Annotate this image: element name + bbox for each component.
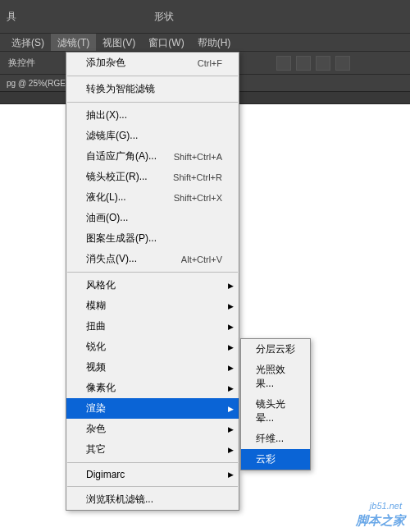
chevron-right-icon: ▶ xyxy=(228,282,234,290)
menu-label: 风格化 xyxy=(86,278,116,292)
controls-label: 换控件 xyxy=(3,57,40,69)
submenu-item-fibers[interactable]: 纤维... xyxy=(241,429,310,449)
menu-view[interactable]: 视图(V) xyxy=(96,34,142,51)
watermark-text: 脚本之家 xyxy=(356,513,405,529)
distribute-icon[interactable] xyxy=(335,56,350,71)
distribute-icon[interactable] xyxy=(316,56,330,71)
submenu-item-clouds[interactable]: 云彩 xyxy=(241,449,310,470)
menu-label: 模糊 xyxy=(86,299,106,313)
menu-item-blur[interactable]: 模糊▶ xyxy=(66,296,239,316)
menu-separator xyxy=(67,76,238,76)
menu-label: 液化(L)... xyxy=(86,190,126,204)
main-menubar: 选择(S) 滤镜(T) 视图(V) 窗口(W) 帮助(H) xyxy=(0,34,410,52)
menu-item-browse-online[interactable]: 浏览联机滤镜... xyxy=(66,489,239,510)
align-icon[interactable] xyxy=(276,56,291,71)
menu-label: 图案生成器(P)... xyxy=(86,232,157,245)
menu-separator xyxy=(67,462,238,463)
menu-item-smart-filter[interactable]: 转换为智能滤镜 xyxy=(66,79,239,99)
menu-label: 抽出(X)... xyxy=(86,108,127,122)
chevron-right-icon: ▶ xyxy=(228,343,234,351)
menu-help[interactable]: 帮助(H) xyxy=(191,34,238,51)
tools-fragment: 具 xyxy=(7,10,16,24)
render-submenu: 分层云彩 光照效果... 镜头光晕... 纤维... 云彩 xyxy=(240,338,311,470)
menu-label: 油画(O)... xyxy=(86,211,128,225)
menu-label: 锐化 xyxy=(86,340,106,354)
watermark-url: jb51.net xyxy=(370,501,402,511)
menu-item-adaptive-wide[interactable]: 自适应广角(A)...Shift+Ctrl+A xyxy=(66,146,239,167)
menu-label: 镜头校正(R)... xyxy=(86,170,148,184)
filter-dropdown: 添加杂色 Ctrl+F 转换为智能滤镜 抽出(X)... 滤镜库(G)... 自… xyxy=(66,52,239,511)
menu-shortcut: Alt+Ctrl+V xyxy=(168,255,222,264)
menu-label: 渲染 xyxy=(86,401,106,415)
menu-separator xyxy=(67,272,238,273)
menu-label: 自适应广角(A)... xyxy=(86,149,157,163)
shape-label: 形状 xyxy=(154,10,174,24)
menu-item-render[interactable]: 渲染▶ xyxy=(66,398,239,419)
menu-item-noise[interactable]: 杂色▶ xyxy=(66,419,239,439)
menu-label: 消失点(V)... xyxy=(86,252,137,266)
menu-select[interactable]: 选择(S) xyxy=(5,34,51,51)
menu-item-add-noise[interactable]: 添加杂色 Ctrl+F xyxy=(66,53,239,73)
menu-item-oil-paint[interactable]: 油画(O)... xyxy=(66,208,239,228)
menu-item-pattern-maker[interactable]: 图案生成器(P)... xyxy=(66,228,239,249)
chevron-right-icon: ▶ xyxy=(228,384,234,392)
chevron-right-icon: ▶ xyxy=(228,425,234,433)
menu-label: 杂色 xyxy=(86,422,106,436)
menu-item-digimarc[interactable]: Digimarc▶ xyxy=(66,466,239,484)
submenu-item-lighting-effects[interactable]: 光照效果... xyxy=(241,360,310,394)
menu-item-extract[interactable]: 抽出(X)... xyxy=(66,105,239,126)
doc-tab[interactable]: pg @ 25%(RGE xyxy=(2,77,71,89)
chevron-right-icon: ▶ xyxy=(228,302,234,310)
menu-label: 像素化 xyxy=(86,381,116,395)
chevron-right-icon: ▶ xyxy=(228,323,234,331)
menu-item-stylize[interactable]: 风格化▶ xyxy=(66,275,239,296)
menu-shortcut: Shift+Ctrl+A xyxy=(161,152,222,162)
menu-label: 其它 xyxy=(86,443,106,456)
menu-separator xyxy=(67,486,238,487)
chevron-right-icon: ▶ xyxy=(228,470,234,479)
menu-item-sharpen[interactable]: 锐化▶ xyxy=(66,337,239,357)
chevron-right-icon: ▶ xyxy=(228,405,234,413)
menu-item-video[interactable]: 视频▶ xyxy=(66,357,239,378)
menu-label: 滤镜库(G)... xyxy=(86,129,138,143)
menu-label: 视频 xyxy=(86,360,106,374)
menu-window[interactable]: 窗口(W) xyxy=(142,34,190,51)
menu-item-pixelate[interactable]: 像素化▶ xyxy=(66,378,239,398)
menu-label: 浏览联机滤镜... xyxy=(86,493,153,507)
menu-label: 添加杂色 xyxy=(86,56,125,70)
submenu-item-difference-clouds[interactable]: 分层云彩 xyxy=(241,339,310,360)
submenu-item-lens-flare[interactable]: 镜头光晕... xyxy=(241,394,310,429)
chevron-right-icon: ▶ xyxy=(228,446,234,454)
menu-label: 扭曲 xyxy=(86,319,106,333)
options-bar: 形状 具 xyxy=(0,0,410,34)
menu-shortcut: Shift+Ctrl+R xyxy=(160,172,222,182)
menu-filter[interactable]: 滤镜(T) xyxy=(51,34,96,51)
menu-item-liquify[interactable]: 液化(L)...Shift+Ctrl+X xyxy=(66,187,239,208)
align-icon[interactable] xyxy=(296,56,311,71)
menu-item-filter-gallery[interactable]: 滤镜库(G)... xyxy=(66,126,239,146)
menu-shortcut: Shift+Ctrl+X xyxy=(161,193,222,203)
menu-label: Digimarc xyxy=(86,469,125,480)
menu-item-lens-correction[interactable]: 镜头校正(R)...Shift+Ctrl+R xyxy=(66,167,239,187)
menu-separator xyxy=(67,102,238,103)
menu-item-vanishing-point[interactable]: 消失点(V)...Alt+Ctrl+V xyxy=(66,249,239,269)
menu-shortcut: Ctrl+F xyxy=(184,58,222,68)
menu-item-other[interactable]: 其它▶ xyxy=(66,439,239,460)
chevron-right-icon: ▶ xyxy=(228,364,234,372)
menu-item-distort[interactable]: 扭曲▶ xyxy=(66,316,239,337)
menu-label: 转换为智能滤镜 xyxy=(86,82,155,96)
